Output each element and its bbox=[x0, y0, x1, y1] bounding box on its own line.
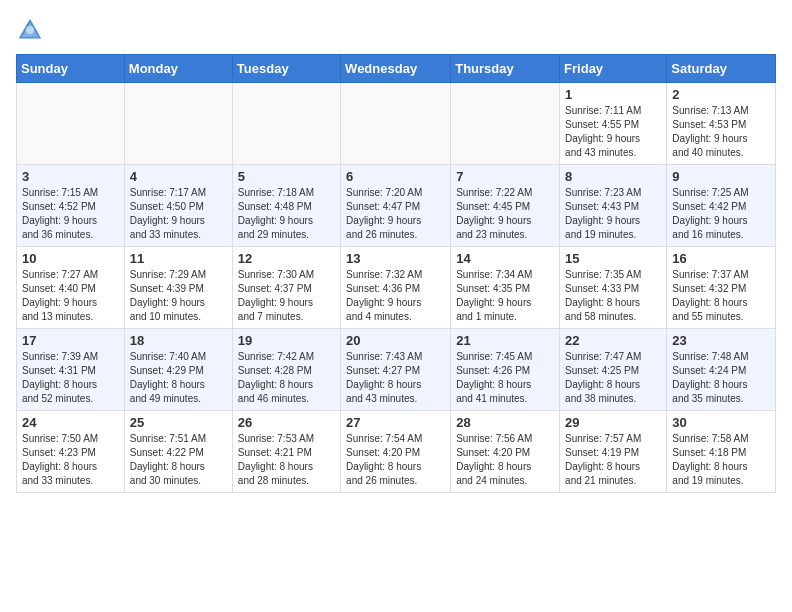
calendar-cell: 28Sunrise: 7:56 AM Sunset: 4:20 PM Dayli… bbox=[451, 411, 560, 493]
calendar-cell: 23Sunrise: 7:48 AM Sunset: 4:24 PM Dayli… bbox=[667, 329, 776, 411]
calendar-cell: 29Sunrise: 7:57 AM Sunset: 4:19 PM Dayli… bbox=[560, 411, 667, 493]
page-header bbox=[16, 16, 776, 44]
day-info: Sunrise: 7:53 AM Sunset: 4:21 PM Dayligh… bbox=[238, 432, 335, 488]
day-number: 4 bbox=[130, 169, 227, 184]
day-info: Sunrise: 7:23 AM Sunset: 4:43 PM Dayligh… bbox=[565, 186, 661, 242]
calendar-cell: 2Sunrise: 7:13 AM Sunset: 4:53 PM Daylig… bbox=[667, 83, 776, 165]
day-number: 16 bbox=[672, 251, 770, 266]
calendar-cell: 10Sunrise: 7:27 AM Sunset: 4:40 PM Dayli… bbox=[17, 247, 125, 329]
day-number: 5 bbox=[238, 169, 335, 184]
calendar-cell: 17Sunrise: 7:39 AM Sunset: 4:31 PM Dayli… bbox=[17, 329, 125, 411]
col-header-monday: Monday bbox=[124, 55, 232, 83]
calendar-cell: 25Sunrise: 7:51 AM Sunset: 4:22 PM Dayli… bbox=[124, 411, 232, 493]
day-info: Sunrise: 7:18 AM Sunset: 4:48 PM Dayligh… bbox=[238, 186, 335, 242]
col-header-wednesday: Wednesday bbox=[341, 55, 451, 83]
day-number: 27 bbox=[346, 415, 445, 430]
day-info: Sunrise: 7:42 AM Sunset: 4:28 PM Dayligh… bbox=[238, 350, 335, 406]
calendar-table: SundayMondayTuesdayWednesdayThursdayFrid… bbox=[16, 54, 776, 493]
day-number: 20 bbox=[346, 333, 445, 348]
calendar-week-row: 1Sunrise: 7:11 AM Sunset: 4:55 PM Daylig… bbox=[17, 83, 776, 165]
day-number: 11 bbox=[130, 251, 227, 266]
day-number: 1 bbox=[565, 87, 661, 102]
calendar-cell: 18Sunrise: 7:40 AM Sunset: 4:29 PM Dayli… bbox=[124, 329, 232, 411]
day-number: 19 bbox=[238, 333, 335, 348]
calendar-cell: 16Sunrise: 7:37 AM Sunset: 4:32 PM Dayli… bbox=[667, 247, 776, 329]
day-info: Sunrise: 7:40 AM Sunset: 4:29 PM Dayligh… bbox=[130, 350, 227, 406]
day-number: 25 bbox=[130, 415, 227, 430]
day-number: 8 bbox=[565, 169, 661, 184]
calendar-cell: 11Sunrise: 7:29 AM Sunset: 4:39 PM Dayli… bbox=[124, 247, 232, 329]
calendar-cell: 4Sunrise: 7:17 AM Sunset: 4:50 PM Daylig… bbox=[124, 165, 232, 247]
day-number: 2 bbox=[672, 87, 770, 102]
day-number: 30 bbox=[672, 415, 770, 430]
day-number: 9 bbox=[672, 169, 770, 184]
calendar-cell: 26Sunrise: 7:53 AM Sunset: 4:21 PM Dayli… bbox=[232, 411, 340, 493]
calendar-cell bbox=[124, 83, 232, 165]
calendar-cell bbox=[451, 83, 560, 165]
calendar-cell: 6Sunrise: 7:20 AM Sunset: 4:47 PM Daylig… bbox=[341, 165, 451, 247]
day-info: Sunrise: 7:30 AM Sunset: 4:37 PM Dayligh… bbox=[238, 268, 335, 324]
calendar-cell: 12Sunrise: 7:30 AM Sunset: 4:37 PM Dayli… bbox=[232, 247, 340, 329]
day-info: Sunrise: 7:39 AM Sunset: 4:31 PM Dayligh… bbox=[22, 350, 119, 406]
calendar-cell: 27Sunrise: 7:54 AM Sunset: 4:20 PM Dayli… bbox=[341, 411, 451, 493]
day-number: 13 bbox=[346, 251, 445, 266]
calendar-cell: 5Sunrise: 7:18 AM Sunset: 4:48 PM Daylig… bbox=[232, 165, 340, 247]
day-info: Sunrise: 7:51 AM Sunset: 4:22 PM Dayligh… bbox=[130, 432, 227, 488]
day-number: 15 bbox=[565, 251, 661, 266]
day-number: 26 bbox=[238, 415, 335, 430]
calendar-cell: 19Sunrise: 7:42 AM Sunset: 4:28 PM Dayli… bbox=[232, 329, 340, 411]
day-info: Sunrise: 7:25 AM Sunset: 4:42 PM Dayligh… bbox=[672, 186, 770, 242]
day-number: 21 bbox=[456, 333, 554, 348]
logo bbox=[16, 16, 48, 44]
calendar-cell: 30Sunrise: 7:58 AM Sunset: 4:18 PM Dayli… bbox=[667, 411, 776, 493]
day-number: 17 bbox=[22, 333, 119, 348]
day-info: Sunrise: 7:56 AM Sunset: 4:20 PM Dayligh… bbox=[456, 432, 554, 488]
calendar-header-row: SundayMondayTuesdayWednesdayThursdayFrid… bbox=[17, 55, 776, 83]
calendar-cell: 22Sunrise: 7:47 AM Sunset: 4:25 PM Dayli… bbox=[560, 329, 667, 411]
day-info: Sunrise: 7:20 AM Sunset: 4:47 PM Dayligh… bbox=[346, 186, 445, 242]
col-header-saturday: Saturday bbox=[667, 55, 776, 83]
calendar-cell: 8Sunrise: 7:23 AM Sunset: 4:43 PM Daylig… bbox=[560, 165, 667, 247]
calendar-cell: 3Sunrise: 7:15 AM Sunset: 4:52 PM Daylig… bbox=[17, 165, 125, 247]
day-info: Sunrise: 7:43 AM Sunset: 4:27 PM Dayligh… bbox=[346, 350, 445, 406]
day-number: 28 bbox=[456, 415, 554, 430]
day-info: Sunrise: 7:37 AM Sunset: 4:32 PM Dayligh… bbox=[672, 268, 770, 324]
day-number: 12 bbox=[238, 251, 335, 266]
day-info: Sunrise: 7:13 AM Sunset: 4:53 PM Dayligh… bbox=[672, 104, 770, 160]
calendar-week-row: 10Sunrise: 7:27 AM Sunset: 4:40 PM Dayli… bbox=[17, 247, 776, 329]
calendar-week-row: 3Sunrise: 7:15 AM Sunset: 4:52 PM Daylig… bbox=[17, 165, 776, 247]
day-number: 7 bbox=[456, 169, 554, 184]
logo-icon bbox=[16, 16, 44, 44]
day-info: Sunrise: 7:47 AM Sunset: 4:25 PM Dayligh… bbox=[565, 350, 661, 406]
day-info: Sunrise: 7:27 AM Sunset: 4:40 PM Dayligh… bbox=[22, 268, 119, 324]
col-header-tuesday: Tuesday bbox=[232, 55, 340, 83]
day-info: Sunrise: 7:11 AM Sunset: 4:55 PM Dayligh… bbox=[565, 104, 661, 160]
calendar-cell bbox=[17, 83, 125, 165]
col-header-friday: Friday bbox=[560, 55, 667, 83]
calendar-week-row: 17Sunrise: 7:39 AM Sunset: 4:31 PM Dayli… bbox=[17, 329, 776, 411]
day-info: Sunrise: 7:50 AM Sunset: 4:23 PM Dayligh… bbox=[22, 432, 119, 488]
day-info: Sunrise: 7:45 AM Sunset: 4:26 PM Dayligh… bbox=[456, 350, 554, 406]
day-info: Sunrise: 7:22 AM Sunset: 4:45 PM Dayligh… bbox=[456, 186, 554, 242]
day-info: Sunrise: 7:15 AM Sunset: 4:52 PM Dayligh… bbox=[22, 186, 119, 242]
day-number: 23 bbox=[672, 333, 770, 348]
day-info: Sunrise: 7:17 AM Sunset: 4:50 PM Dayligh… bbox=[130, 186, 227, 242]
day-info: Sunrise: 7:34 AM Sunset: 4:35 PM Dayligh… bbox=[456, 268, 554, 324]
day-info: Sunrise: 7:48 AM Sunset: 4:24 PM Dayligh… bbox=[672, 350, 770, 406]
calendar-cell: 7Sunrise: 7:22 AM Sunset: 4:45 PM Daylig… bbox=[451, 165, 560, 247]
calendar-cell: 15Sunrise: 7:35 AM Sunset: 4:33 PM Dayli… bbox=[560, 247, 667, 329]
calendar-cell: 13Sunrise: 7:32 AM Sunset: 4:36 PM Dayli… bbox=[341, 247, 451, 329]
day-info: Sunrise: 7:29 AM Sunset: 4:39 PM Dayligh… bbox=[130, 268, 227, 324]
calendar-cell bbox=[341, 83, 451, 165]
calendar-cell: 9Sunrise: 7:25 AM Sunset: 4:42 PM Daylig… bbox=[667, 165, 776, 247]
calendar-cell: 14Sunrise: 7:34 AM Sunset: 4:35 PM Dayli… bbox=[451, 247, 560, 329]
day-info: Sunrise: 7:57 AM Sunset: 4:19 PM Dayligh… bbox=[565, 432, 661, 488]
calendar-cell: 21Sunrise: 7:45 AM Sunset: 4:26 PM Dayli… bbox=[451, 329, 560, 411]
calendar-cell: 1Sunrise: 7:11 AM Sunset: 4:55 PM Daylig… bbox=[560, 83, 667, 165]
day-info: Sunrise: 7:58 AM Sunset: 4:18 PM Dayligh… bbox=[672, 432, 770, 488]
day-number: 18 bbox=[130, 333, 227, 348]
calendar-cell: 24Sunrise: 7:50 AM Sunset: 4:23 PM Dayli… bbox=[17, 411, 125, 493]
day-number: 14 bbox=[456, 251, 554, 266]
calendar-cell bbox=[232, 83, 340, 165]
calendar-week-row: 24Sunrise: 7:50 AM Sunset: 4:23 PM Dayli… bbox=[17, 411, 776, 493]
